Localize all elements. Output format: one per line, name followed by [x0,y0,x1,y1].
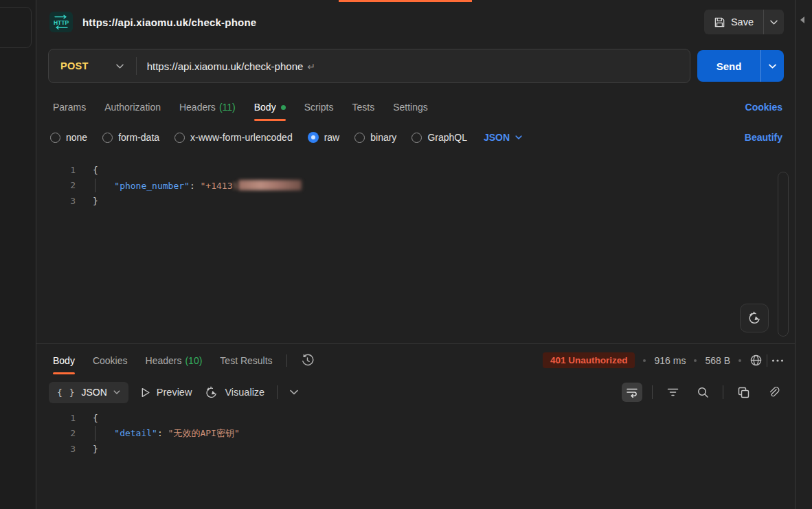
code-token: : [190,181,201,191]
line-number: 1 [36,413,76,423]
preview-label: Preview [157,387,192,398]
body-format-dropdown[interactable]: JSON [484,132,522,143]
enter-hint: ↵ [307,61,315,72]
search-button[interactable] [692,383,713,402]
line-number: 2 [36,180,76,190]
right-sidebar-strip [795,0,812,509]
radio-circle-icon [102,133,113,143]
line-number: 3 [36,196,76,206]
tab-params[interactable]: Params [53,102,86,113]
send-options-chevron[interactable] [760,50,784,82]
beautify-link[interactable]: Beautify [745,132,782,143]
visualize-expand-chevron[interactable] [290,389,298,395]
braces-icon: { } [57,387,75,398]
tab-scripts-label: Scripts [304,102,334,113]
tab-params-label: Params [53,102,86,113]
code-line: 2 "phone_number": "+14135 [36,178,795,194]
response-time[interactable]: 916 ms [654,355,686,366]
wrap-text-icon [626,387,638,398]
visualize-button[interactable]: Visualize [204,385,264,400]
response-body-editor[interactable]: 1 { 2 "detail": "无效的API密钥" 3 } [36,410,795,509]
radio-graphql[interactable]: GraphQL [411,132,467,143]
method-dropdown[interactable]: POST [49,60,136,71]
sidebar-collapsed-item[interactable] [0,7,32,48]
left-sidebar-sliver [0,0,36,509]
response-tab-body[interactable]: Body [53,355,75,366]
filter-button[interactable] [662,383,683,402]
url-value: https://api.xiaomu.uk/check-phone [147,60,304,72]
response-tab-body-label: Body [53,355,75,366]
response-size[interactable]: 568 B [705,355,730,366]
chevron-down-icon [113,390,120,394]
response-tab-test-results-label: Test Results [220,355,272,366]
radio-binary-label: binary [370,132,396,143]
redacted-char: 5 [233,181,238,191]
tab-settings[interactable]: Settings [393,102,428,113]
collapse-caret-icon[interactable] [800,16,804,23]
response-format-label: JSON [81,387,106,398]
send-button[interactable]: Send [697,50,760,82]
response-options-button[interactable] [771,359,784,363]
request-url-row: POST https://api.xiaomu.uk/check-phone↵ … [36,49,795,83]
response-history-button[interactable] [301,354,314,367]
radio-form-data[interactable]: form-data [102,132,159,143]
response-tab-cookies[interactable]: Cookies [93,355,128,366]
line-number: 3 [36,444,76,454]
json-value: "+1413 [201,181,233,191]
save-button-label: Save [731,16,754,27]
copy-button[interactable] [733,383,754,402]
tab-scripts[interactable]: Scripts [304,102,334,113]
dot-separator [694,359,697,362]
response-tab-test-results[interactable]: Test Results [220,355,272,366]
preview-button[interactable]: Preview [141,387,192,398]
save-response-button[interactable] [763,383,784,402]
code-token: : [157,428,168,438]
save-button[interactable]: Save [704,10,763,34]
radio-selected-icon [308,132,319,143]
url-box: POST https://api.xiaomu.uk/check-phone↵ [48,49,690,83]
body-modified-dot [281,105,286,110]
code-indent [93,181,114,191]
tab-headers-label: Headers [179,102,216,113]
postbot-button[interactable] [740,304,769,332]
cookies-link[interactable]: Cookies [745,102,782,113]
radio-urlencoded[interactable]: x-www-form-urlencoded [174,132,293,143]
editor-scrollbar[interactable] [778,172,789,337]
radio-none[interactable]: none [50,132,87,143]
radio-graphql-label: GraphQL [427,132,467,143]
tab-tests[interactable]: Tests [352,102,374,113]
tab-body[interactable]: Body [254,102,286,113]
code-line: 3 } [36,193,795,209]
divider [286,354,287,367]
tab-tests-label: Tests [352,102,374,113]
tab-headers[interactable]: Headers(11) [179,102,236,113]
radio-raw[interactable]: raw [308,132,340,143]
save-options-chevron[interactable] [763,10,784,34]
json-key: "detail" [114,428,157,438]
url-input[interactable]: https://api.xiaomu.uk/check-phone↵ [137,60,690,72]
globe-icon [749,354,763,367]
search-icon [697,387,709,398]
response-format-dropdown[interactable]: { } JSON [49,382,128,403]
divider [723,385,723,399]
response-headers-count-badge: (10) [185,355,202,366]
radio-urlencoded-label: x-www-form-urlencoded [190,132,293,143]
wrap-text-button[interactable] [622,383,642,402]
status-badge[interactable]: 401 Unauthorized [543,352,635,368]
network-info-button[interactable] [749,354,763,367]
body-format-label: JSON [484,132,510,143]
code-token: { [93,413,98,423]
request-body-editor[interactable]: 1 { 2 "phone_number": "+14135 3 } [36,162,795,343]
response-header: Body Cookies Headers(10) Test Results 40… [36,344,795,376]
radio-raw-label: raw [324,132,340,143]
response-tab-headers[interactable]: Headers(10) [146,355,203,366]
copy-icon [738,387,749,398]
visualize-label: Visualize [225,387,264,398]
divider [767,354,767,367]
save-icon [714,16,725,28]
radio-binary[interactable]: binary [354,132,396,143]
postbot-sparkle-icon [747,310,762,326]
tab-authorization-label: Authorization [104,102,161,113]
visualize-sparkle-icon [204,385,218,400]
tab-authorization[interactable]: Authorization [104,102,161,113]
